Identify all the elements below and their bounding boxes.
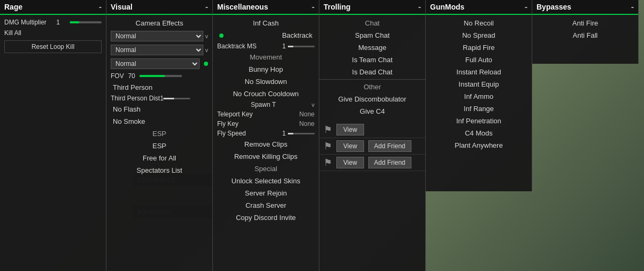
anti-fire-label: Anti Fire [572, 19, 598, 27]
instant-reload-item[interactable]: Instant Reload [426, 66, 532, 78]
reset-loop-kill-button[interactable]: Reset Loop Kill [4, 40, 102, 53]
remove-clips-item[interactable]: Remove Clips [213, 138, 319, 150]
backtrack-ms-row: Backtrack MS 1 [213, 41, 319, 51]
player-2-flag[interactable]: ⚑ [324, 140, 332, 152]
third-person-item[interactable]: Third Person [106, 81, 212, 94]
no-slowdown-label: No Slowdown [245, 78, 287, 86]
fov-slider[interactable] [139, 75, 182, 77]
rage-content: DMG Multiplier 1 Kill All Reset Loop Kil… [0, 15, 106, 57]
give-discombobulator-item[interactable]: Give Discombobulator [319, 93, 425, 105]
anti-fall-item[interactable]: Anti Fall [532, 29, 638, 41]
backtrack-ms-slider[interactable] [288, 46, 315, 47]
other-section: Other [319, 81, 425, 93]
fov-row: FOV 70 [106, 71, 212, 81]
inf-ammo-label: Inf Ammo [464, 92, 493, 100]
player-2-view-button[interactable]: View [336, 140, 364, 152]
plant-anywhere-item[interactable]: Plant Anywhere [426, 139, 532, 151]
visual-panel: Visual - Camera Effects Normal v Normal … [106, 0, 213, 271]
player-3-add-friend-button[interactable]: Add Friend [368, 157, 411, 168]
dmg-multiplier-slider[interactable] [70, 21, 102, 23]
fov-label: FOV [111, 72, 124, 80]
inf-range-item[interactable]: Inf Range [426, 103, 532, 115]
player-row-3: ⚑ View Add Friend [319, 155, 425, 171]
miscellaneous-panel: Miscellaneous - Inf Cash Backtrack Backt… [213, 0, 319, 271]
full-auto-label: Full Auto [465, 56, 492, 64]
free-for-all-label: Free for All [143, 154, 176, 162]
teleport-key-label: Teleport Key [217, 111, 253, 118]
instant-equip-label: Instant Equip [459, 80, 499, 88]
message-item[interactable]: Message [319, 41, 425, 54]
third-person-dist-slider[interactable] [163, 98, 190, 99]
copy-discord-invite-item[interactable]: Copy Discord Invite [213, 211, 319, 224]
player-3-flag[interactable]: ⚑ [324, 157, 332, 168]
no-crouch-cooldown-item[interactable]: No Crouch Cooldown [213, 88, 319, 100]
spectators-list-item[interactable]: Spectators List [106, 164, 212, 176]
normal-dropdown-2[interactable]: Normal [111, 45, 203, 55]
trolling-panel: Trolling - Chat Spam Chat Message Is Tea… [319, 0, 426, 271]
give-c4-item[interactable]: Give C4 [319, 105, 425, 117]
esp-item[interactable]: ESP [106, 140, 212, 152]
gunmods-content: No Recoil No Spread Rapid Fire Full Auto… [426, 15, 532, 154]
backtrack-item[interactable]: Backtrack [213, 29, 319, 41]
rapid-fire-item[interactable]: Rapid Fire [426, 41, 532, 54]
inf-penetration-item[interactable]: Inf Penetration [426, 115, 532, 127]
misc-minimize[interactable]: - [312, 2, 315, 12]
camera-effects-item[interactable]: Camera Effects [106, 17, 212, 29]
player-2-add-friend-button[interactable]: Add Friend [368, 140, 411, 152]
c4-mods-item[interactable]: C4 Mods [426, 127, 532, 139]
rage-title: Rage [4, 3, 22, 11]
no-spread-label: No Spread [462, 31, 495, 39]
no-flash-item[interactable]: No Flash [106, 103, 212, 115]
anti-fire-item[interactable]: Anti Fire [532, 17, 638, 29]
backtrack-label: Backtrack [282, 31, 312, 39]
spectators-list-label: Spectators List [137, 166, 183, 174]
player-1-view-button[interactable]: View [336, 124, 364, 136]
normal-dropdown-3[interactable]: Normal [111, 58, 200, 69]
inf-cash-item[interactable]: Inf Cash [213, 17, 319, 29]
fly-speed-row: Fly Speed 1 [213, 129, 319, 138]
spam-chat-label: Spam Chat [355, 31, 390, 39]
full-auto-item[interactable]: Full Auto [426, 54, 532, 66]
instant-reload-label: Instant Reload [457, 68, 501, 76]
bypasses-minimize[interactable]: - [631, 2, 634, 12]
no-spread-item[interactable]: No Spread [426, 29, 532, 41]
trolling-minimize[interactable]: - [418, 2, 421, 12]
free-for-all-item[interactable]: Free for All [106, 152, 212, 164]
misc-title: Miscellaneous [217, 3, 268, 11]
fly-speed-value: 1 [282, 130, 286, 137]
spawn-t-arrow: v [312, 101, 315, 108]
bunny-hop-item[interactable]: Bunny Hop [213, 63, 319, 75]
bypasses-title: Bypasses [536, 3, 571, 11]
player-3-view-button[interactable]: View [336, 157, 364, 168]
fly-key-value: None [299, 120, 315, 128]
backtrack-ms-label: Backtrack MS [217, 43, 257, 50]
no-recoil-item[interactable]: No Recoil [426, 17, 532, 29]
normal-dropdown-1[interactable]: Normal [111, 31, 203, 41]
rage-panel-header: Rage - [0, 0, 106, 15]
fly-speed-label: Fly Speed [217, 130, 246, 137]
player-1-flag[interactable]: ⚑ [324, 124, 332, 136]
spam-chat-item[interactable]: Spam Chat [319, 29, 425, 41]
gunmods-minimize[interactable]: - [525, 2, 527, 12]
spawn-t-row: Spawn T v [213, 100, 319, 109]
server-rejoin-item[interactable]: Server Rejoin [213, 187, 319, 199]
remove-killing-clips-item[interactable]: Remove Killing Clips [213, 150, 319, 163]
kill-all-item[interactable]: Kill All [0, 28, 106, 38]
crash-server-item[interactable]: Crash Server [213, 199, 319, 211]
no-slowdown-item[interactable]: No Slowdown [213, 75, 319, 88]
rage-minimize[interactable]: - [99, 2, 102, 12]
instant-equip-item[interactable]: Instant Equip [426, 78, 532, 90]
message-label: Message [358, 44, 386, 52]
is-team-chat-item[interactable]: Is Team Chat [319, 54, 425, 66]
is-dead-chat-label: Is Dead Chat [352, 68, 393, 76]
is-dead-chat-item[interactable]: Is Dead Chat [319, 66, 425, 78]
trolling-title: Trolling [324, 3, 351, 11]
fly-speed-slider[interactable] [288, 133, 315, 134]
give-c4-label: Give C4 [360, 107, 385, 115]
trolling-content: Chat Spam Chat Message Is Team Chat Is D… [319, 15, 425, 173]
inf-ammo-item[interactable]: Inf Ammo [426, 90, 532, 103]
chat-section: Chat [319, 17, 425, 29]
visual-minimize[interactable]: - [205, 2, 208, 12]
no-smoke-item[interactable]: No Smoke [106, 115, 212, 128]
unlock-selected-skins-item[interactable]: Unlock Selected Skins [213, 175, 319, 187]
